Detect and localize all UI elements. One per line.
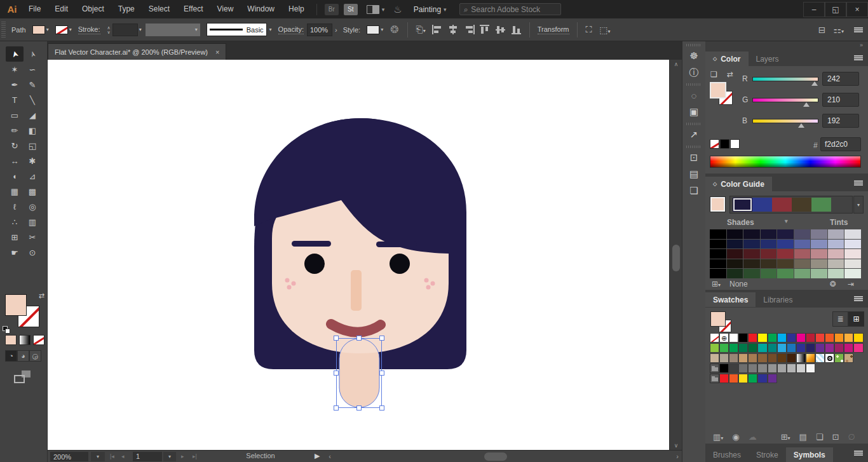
- slider-thumb[interactable]: [803, 102, 810, 107]
- harmony-color-1[interactable]: [752, 198, 772, 212]
- variation-swatch[interactable]: [743, 240, 760, 249]
- status-play-icon[interactable]: ▶: [315, 452, 320, 460]
- tab-stroke[interactable]: Stroke: [749, 447, 786, 462]
- swatch-options-icon[interactable]: ▤: [799, 432, 807, 442]
- none-swatch[interactable]: [710, 139, 719, 149]
- menu-effect[interactable]: Effect: [177, 0, 210, 18]
- selection-handle[interactable]: [334, 336, 339, 341]
- draw-normal-button[interactable]: ◔: [5, 350, 17, 362]
- dock-drag-handle[interactable]: [686, 123, 702, 125]
- color-swatch[interactable]: [796, 333, 806, 343]
- stroke-weight-value[interactable]: [112, 24, 138, 36]
- artboard-tool[interactable]: ⊞: [6, 229, 24, 245]
- scroll-left-icon[interactable]: ‹: [325, 451, 334, 462]
- selection-tool[interactable]: ➤: [6, 46, 24, 62]
- color-swatch[interactable]: [757, 363, 767, 373]
- color-swatch[interactable]: [834, 333, 844, 343]
- line-segment-tool[interactable]: ╲: [24, 92, 41, 107]
- variation-swatch[interactable]: [743, 249, 760, 259]
- swatches-menu-icon[interactable]: [854, 296, 863, 301]
- gpu-performance-icon[interactable]: ♨: [393, 4, 402, 15]
- hand-tool[interactable]: ☛: [6, 245, 24, 260]
- harmony-colors-strip[interactable]: [729, 196, 853, 214]
- blend-tool[interactable]: ◎: [24, 199, 41, 214]
- patgreen-swatch[interactable]: [834, 353, 844, 363]
- menu-view[interactable]: View: [210, 0, 241, 18]
- reg-swatch[interactable]: ⊕: [719, 333, 729, 343]
- grid-view-button[interactable]: ⊞: [848, 311, 864, 327]
- collapse-panels-icon[interactable]: »: [705, 41, 868, 50]
- variation-swatch[interactable]: [828, 259, 844, 269]
- select-similar-icon[interactable]: ⬚▾: [599, 25, 610, 35]
- tab-color-guide[interactable]: ◇Color Guide: [705, 177, 772, 191]
- color-swatch[interactable]: [806, 333, 815, 343]
- new-color-group-icon[interactable]: ❏: [816, 432, 824, 442]
- tab-color[interactable]: ◇Color: [705, 51, 749, 66]
- variation-swatch[interactable]: [828, 269, 844, 278]
- variation-swatch[interactable]: [710, 249, 726, 259]
- variation-swatch[interactable]: [777, 249, 794, 259]
- align-center-icon[interactable]: [448, 25, 459, 34]
- color-guide-menu-icon[interactable]: [854, 180, 863, 186]
- control-panel-menu-icon[interactable]: [854, 27, 863, 32]
- black-swatch[interactable]: [720, 139, 729, 149]
- color-swatch[interactable]: [738, 363, 748, 373]
- color-swatch[interactable]: [729, 353, 738, 363]
- type-tool[interactable]: T: [6, 92, 24, 107]
- color-swatch[interactable]: [719, 353, 729, 363]
- variation-swatch[interactable]: [710, 269, 726, 278]
- menu-help[interactable]: Help: [281, 0, 311, 18]
- base-color-swatch[interactable]: [710, 197, 725, 212]
- variation-swatch[interactable]: [727, 269, 743, 278]
- variation-swatch[interactable]: [794, 240, 811, 249]
- color-swatch[interactable]: [748, 343, 757, 353]
- fill-color-indicator[interactable]: [5, 294, 27, 316]
- color-swatch[interactable]: [768, 363, 777, 373]
- first-artboard-button[interactable]: |◂: [110, 452, 114, 461]
- color-panel-menu-icon[interactable]: [854, 55, 863, 60]
- color-swatch[interactable]: [738, 343, 748, 353]
- color-swatch[interactable]: [853, 343, 863, 353]
- swatch-libraries-icon[interactable]: ▥▾: [713, 432, 723, 442]
- variation-swatch[interactable]: [777, 229, 794, 239]
- left-eye[interactable]: [304, 254, 325, 274]
- scale-tool[interactable]: ◱: [24, 138, 41, 153]
- align-middle-icon[interactable]: [496, 25, 506, 34]
- color-swatch[interactable]: [757, 374, 767, 383]
- search-adobe-stock-input[interactable]: ⌕ Search Adobe Stock: [459, 3, 561, 15]
- color-swatch[interactable]: [825, 343, 834, 353]
- color-swatch[interactable]: [787, 363, 796, 373]
- lasso-tool[interactable]: ∽: [24, 62, 41, 77]
- scroll-up-icon[interactable]: ∧: [670, 60, 682, 69]
- edit-colors-icon[interactable]: ❂: [830, 280, 836, 289]
- horizontal-scroll-thumb[interactable]: [484, 452, 507, 461]
- color-swatch[interactable]: [738, 333, 748, 343]
- variation-swatch[interactable]: [794, 229, 811, 239]
- color-swatch[interactable]: [796, 343, 806, 353]
- transform-icon[interactable]: ⊡: [685, 149, 703, 166]
- arrange-documents-icon[interactable]: ⊟: [818, 25, 826, 35]
- pathfinder-icon[interactable]: ▣: [685, 104, 703, 120]
- curvature-tool[interactable]: ✎: [24, 77, 41, 92]
- right-eyebrow[interactable]: [376, 241, 417, 247]
- menu-file[interactable]: File: [22, 0, 48, 18]
- graphic-style-dropdown[interactable]: ▾: [367, 25, 383, 34]
- color-swatch[interactable]: [748, 333, 757, 343]
- color-swatch[interactable]: [710, 343, 719, 353]
- color-swatch[interactable]: [815, 343, 825, 353]
- opacity-value[interactable]: 100%: [307, 24, 332, 36]
- align-left-icon[interactable]: [432, 25, 443, 34]
- color-swatch[interactable]: [806, 343, 815, 353]
- color-swatch[interactable]: [738, 353, 748, 363]
- menu-object[interactable]: Object: [75, 0, 111, 18]
- none-button[interactable]: [33, 335, 44, 345]
- color-swatch[interactable]: [815, 333, 825, 343]
- color-swatch[interactable]: [719, 374, 729, 383]
- color-swatch[interactable]: [806, 363, 815, 373]
- color-swatch[interactable]: [796, 363, 806, 373]
- illustrator-logo[interactable]: Ai: [3, 0, 22, 18]
- tab-libraries[interactable]: Libraries: [756, 292, 800, 307]
- chevron-down-icon[interactable]: ▾: [382, 6, 385, 13]
- workspace-switcher[interactable]: Painting ▾: [414, 5, 449, 14]
- color-swatch[interactable]: [834, 343, 844, 353]
